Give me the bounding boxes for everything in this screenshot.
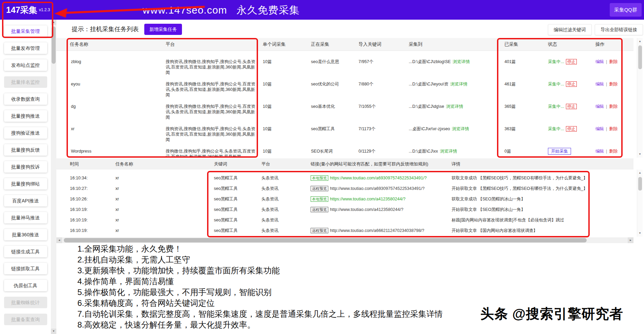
sidebar-scrollbar[interactable]: ▲ ▼ xyxy=(51,20,56,334)
sidebar-item-batch-360-push[interactable]: 批量360推送 xyxy=(4,229,47,240)
edit-link[interactable]: 编辑 xyxy=(595,59,604,64)
app-logo: 147采集v1.2.3 xyxy=(6,4,50,16)
table-row: xr 搜狗资讯,搜狗微信,搜狗知乎,搜狗公众号,头条资讯,百度资讯,百度知道,新… xyxy=(56,123,633,145)
save-path: ...D:\桌面\CJ\xx xyxy=(409,149,438,154)
delete-link[interactable]: 删除 xyxy=(609,82,618,86)
status-collecting: 采集中... xyxy=(548,82,564,86)
action-separator: | xyxy=(606,59,607,64)
task-name-cell: dg xyxy=(56,100,163,123)
local-preview-badge[interactable]: 本地预览 xyxy=(311,196,328,202)
article-url[interactable]: http://www.toutiao.com/a6930975745225343… xyxy=(330,186,425,191)
sidebar-item-batch-sogou-feedback[interactable]: 批量搜狗反馈 xyxy=(4,144,47,156)
export-error-links-button[interactable]: 导出全部错误链接 xyxy=(595,24,643,35)
sidebar-item-batch-shenma-push[interactable]: 批量神马推送 xyxy=(4,212,47,223)
scroll-right-icon[interactable]: ► xyxy=(628,237,633,243)
sidebar-item-pseudo-original-tool[interactable]: 伪原创工具 xyxy=(4,280,47,291)
keywords-cell: 7/1055个 xyxy=(356,100,406,123)
delete-link[interactable]: 删除 xyxy=(609,104,618,109)
scrollbar-thumb[interactable] xyxy=(638,45,642,69)
col-time: 时间 xyxy=(56,158,112,170)
sidebar-item-baidu-api-push[interactable]: 百度API推送 xyxy=(4,195,47,207)
start-collect-button[interactable]: 开始采集 xyxy=(548,148,571,155)
sidebar-item-publish-site-monitor[interactable]: 发布站点监控 xyxy=(4,59,47,71)
stop-button[interactable]: 停止 xyxy=(566,126,577,132)
new-task-button[interactable]: 新增采集任务 xyxy=(144,24,182,35)
save-path: ...桌面\CJ\xr\xr-zjxseo xyxy=(409,126,450,131)
logs-table-header: 时间 任务名称 关键词 平台 链接(量小的网站可能没有匹配，如需要可群内反馈增加… xyxy=(56,158,633,170)
browse-detail-link[interactable]: 浏览详情 xyxy=(450,82,467,86)
platform-cell: 搜狗资讯,搜狗微信,搜狗知乎,搜狗公众号,头条资讯,百度资讯,百度知道,新浪新闻… xyxy=(163,56,260,78)
list-item: 16:10:19: xr seo黑帽工具 头条资讯 远程预览http://www… xyxy=(56,204,633,215)
sidebar-item-batch-rank-monitor: 批量排名监控 xyxy=(4,76,47,88)
feature-line: 8.高效稳定，快速分解任务量，最大化提升效率。 xyxy=(77,319,443,330)
sidebar-item-link-generate-tool[interactable]: 链接生成工具 xyxy=(4,246,47,257)
browse-detail-link[interactable]: 浏览详情 xyxy=(440,149,457,154)
edit-filter-keywords-button[interactable]: 编辑过滤关键词 xyxy=(548,24,592,35)
qq-group-button[interactable]: 采集QQ群 xyxy=(610,3,642,17)
stop-button[interactable]: 停止 xyxy=(566,81,577,87)
horizontal-scrollbar[interactable]: ◄ ► xyxy=(56,237,633,243)
status-collecting: 采集中... xyxy=(548,126,564,131)
sidebar-item-batch-sogou-complaint[interactable]: 批量搜狗投诉 xyxy=(4,161,47,173)
status-cell: 采集中...停止 xyxy=(545,56,593,78)
log-task: xr xyxy=(112,183,210,194)
stop-button[interactable]: 停止 xyxy=(566,104,577,109)
scrollbar-thumb[interactable] xyxy=(638,177,642,191)
delete-link[interactable]: 删除 xyxy=(609,59,618,64)
keywords-cell: 7/957个 xyxy=(356,56,406,78)
delete-link[interactable]: 删除 xyxy=(609,126,618,131)
sidebar-item-batch-publish-manage[interactable]: 批量发布管理 xyxy=(4,42,47,54)
remote-preview-badge[interactable]: 远程预览 xyxy=(311,207,328,212)
list-item: 16:10:34: xr seo黑帽工具 头条资讯 本地预览https://ww… xyxy=(56,173,633,183)
scrollbar-thumb[interactable] xyxy=(52,26,56,64)
collected-cell: 0篇 xyxy=(502,145,545,158)
scroll-up-icon[interactable]: ▲ xyxy=(637,170,643,176)
browse-detail-link[interactable]: 浏览详情 xyxy=(452,126,469,131)
sidebar-item-link-grab-tool[interactable]: 链接抓取工具 xyxy=(4,263,47,274)
platform-cell: 搜狗资讯,搜狗微信,搜狗知乎,搜狗公众号,百度资讯,头条资讯,百度知道,新浪新闻… xyxy=(163,100,260,123)
browse-detail-link[interactable]: 浏览详情 xyxy=(453,59,470,64)
remote-preview-badge[interactable]: 远程预览 xyxy=(311,186,328,191)
task-name-cell: zblog xyxy=(56,56,163,78)
log-detail: 开始获取文章 【国内网站内容篡改现状调查】 xyxy=(448,225,633,236)
scroll-up-icon[interactable]: ▲ xyxy=(637,39,643,44)
tasks-scrollbar[interactable]: ▲ ▼ xyxy=(637,38,643,158)
scroll-down-icon[interactable]: ▼ xyxy=(637,231,643,236)
tasks-table-body: zblog 搜狗资讯,搜狗微信,搜狗知乎,搜狗公众号,头条资讯,百度资讯,百度知… xyxy=(56,51,633,158)
feature-line: 3.更新频率快，功能增加快，持续覆盖市面所有采集功能 xyxy=(77,265,443,276)
scroll-down-icon[interactable]: ▼ xyxy=(51,329,56,334)
edit-link[interactable]: 编辑 xyxy=(595,104,604,109)
scroll-left-icon[interactable]: ◄ xyxy=(56,237,62,243)
remote-preview-badge[interactable]: 远程预览 xyxy=(311,228,328,233)
edit-link[interactable]: 编辑 xyxy=(595,126,604,131)
log-time: 16:10:34: xyxy=(56,173,112,183)
article-url[interactable]: http://www.toutiao.com/a6662112470234038… xyxy=(330,228,424,233)
edit-link[interactable]: 编辑 xyxy=(595,82,604,86)
log-detail: 开始获取文章 【SEO黑帽的冰山一角】 xyxy=(448,204,633,215)
sidebar-item-batch-collect-manage[interactable]: 批量采集管理 xyxy=(4,25,47,37)
sidebar-item-batch-sogou-push[interactable]: 批量搜狗推送 xyxy=(4,110,47,122)
article-url[interactable]: http://www.toutiao.com/a4123580244/? xyxy=(330,207,403,212)
browse-detail-link[interactable]: 浏览详情 xyxy=(446,104,463,109)
article-url[interactable]: https://www.toutiao.com/a693097574522534… xyxy=(330,176,427,180)
logs-scrollbar[interactable]: ▲ ▼ xyxy=(637,170,643,237)
log-platform: 头条资讯 xyxy=(258,173,307,183)
log-keyword: seo黑帽工具 xyxy=(210,215,258,225)
toutiao-watermark: 头条 @搜索引擎研究者 xyxy=(480,304,623,323)
col-link: 链接(量小的网站可能没有匹配，如需要可群内反馈增加规则) xyxy=(307,158,448,170)
sidebar-item-batch-sogou-bind[interactable]: 批量搜狗绑站 xyxy=(4,178,47,190)
scroll-up-icon[interactable]: ▲ xyxy=(51,20,56,25)
stop-button[interactable]: 停止 xyxy=(566,59,577,64)
local-preview-badge[interactable]: 本地预览 xyxy=(311,175,328,181)
article-url[interactable]: https://www.toutiao.com/a4123580244/? xyxy=(330,197,405,201)
scrollbar-thumb[interactable] xyxy=(64,238,587,242)
sidebar: 批量采集管理 批量发布管理 发布站点监控 批量排名监控 收录数据查询 批量搜狗推… xyxy=(0,20,51,334)
edit-link[interactable]: 编辑 xyxy=(595,149,604,154)
scroll-down-icon[interactable]: ▼ xyxy=(637,152,643,157)
table-row: zblog 搜狗资讯,搜狗微信,搜狗知乎,搜狗公众号,头条资讯,百度资讯,百度知… xyxy=(56,56,633,78)
status-cell: 采集中...停止 xyxy=(545,100,593,123)
delete-link[interactable]: 删除 xyxy=(609,149,618,154)
sidebar-item-index-data-query[interactable]: 收录数据查询 xyxy=(4,93,47,105)
sidebar-item-sogou-verify-push[interactable]: 搜狗验证推送 xyxy=(4,127,47,139)
save-path: ...D:\桌面\CJ\eyou\资 xyxy=(409,82,448,86)
